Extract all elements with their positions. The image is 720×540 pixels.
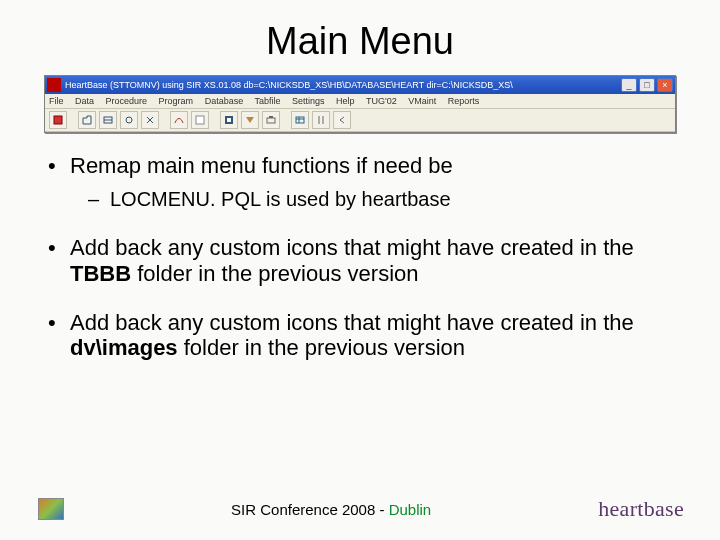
- toolbar-icon: [291, 111, 309, 129]
- bullet-text: Add back any custom icons that might hav…: [70, 235, 634, 260]
- toolbar-icon: [99, 111, 117, 129]
- menu-item: Help: [336, 96, 355, 106]
- toolbar-icon: [312, 111, 330, 129]
- menu-item: Data: [75, 96, 94, 106]
- app-window-screenshot: HeartBase (STTOMNV) using SIR XS.01.08 d…: [44, 75, 676, 133]
- bullet-bold: TBBB: [70, 261, 131, 286]
- menubar: File Data Procedure Program Database Tab…: [45, 94, 675, 109]
- menu-item: Reports: [448, 96, 480, 106]
- slide-title: Main Menu: [44, 20, 676, 63]
- close-button: ×: [657, 78, 673, 92]
- bullet-text: Add back any custom icons that might hav…: [70, 310, 634, 335]
- toolbar-icon: [241, 111, 259, 129]
- svg-point-3: [126, 117, 132, 123]
- svg-rect-8: [269, 116, 273, 118]
- bullet-item: Remap main menu functions if need be LOC…: [44, 153, 676, 211]
- toolbar: [45, 109, 675, 132]
- menu-item: Settings: [292, 96, 325, 106]
- footer-logo-icon: [38, 498, 64, 520]
- bullet-text: folder in the previous version: [131, 261, 418, 286]
- toolbar-icon: [49, 111, 67, 129]
- toolbar-icon: [333, 111, 351, 129]
- bullet-text: Remap main menu functions if need be: [70, 153, 453, 178]
- titlebar: HeartBase (STTOMNV) using SIR XS.01.08 d…: [45, 76, 675, 94]
- sub-bullet-item: LOCMENU. PQL is used by heartbase: [88, 188, 676, 211]
- bullet-item: Add back any custom icons that might hav…: [44, 310, 676, 361]
- toolbar-icon: [191, 111, 209, 129]
- footer-location: Dublin: [389, 501, 432, 518]
- toolbar-icon: [262, 111, 280, 129]
- footer-conf-text: SIR Conference 2008 -: [231, 501, 389, 518]
- window-caption: HeartBase (STTOMNV) using SIR XS.01.08 d…: [65, 80, 621, 90]
- svg-rect-7: [267, 118, 275, 123]
- svg-rect-9: [296, 117, 304, 123]
- maximize-button: □: [639, 78, 655, 92]
- minimize-button: _: [621, 78, 637, 92]
- bullet-text: LOCMENU. PQL is used by heartbase: [110, 188, 451, 210]
- bullet-bold: dv\images: [70, 335, 178, 360]
- svg-rect-4: [196, 116, 204, 124]
- toolbar-icon: [78, 111, 96, 129]
- menu-item: Tabfile: [255, 96, 281, 106]
- toolbar-icon: [220, 111, 238, 129]
- toolbar-icon: [141, 111, 159, 129]
- menu-item: Program: [159, 96, 194, 106]
- menu-item: TUG'02: [366, 96, 397, 106]
- menu-item: Database: [205, 96, 244, 106]
- bullet-item: Add back any custom icons that might hav…: [44, 235, 676, 286]
- svg-rect-0: [54, 116, 62, 124]
- menu-item: VMaint: [408, 96, 436, 106]
- menu-item: File: [49, 96, 64, 106]
- app-icon: [47, 78, 61, 92]
- toolbar-icon: [120, 111, 138, 129]
- footer-brand: heartbase: [598, 496, 684, 522]
- toolbar-icon: [170, 111, 188, 129]
- footer-conference: SIR Conference 2008 - Dublin: [64, 501, 598, 518]
- menu-item: Procedure: [106, 96, 148, 106]
- bullet-text: folder in the previous version: [178, 335, 465, 360]
- svg-rect-6: [227, 118, 231, 122]
